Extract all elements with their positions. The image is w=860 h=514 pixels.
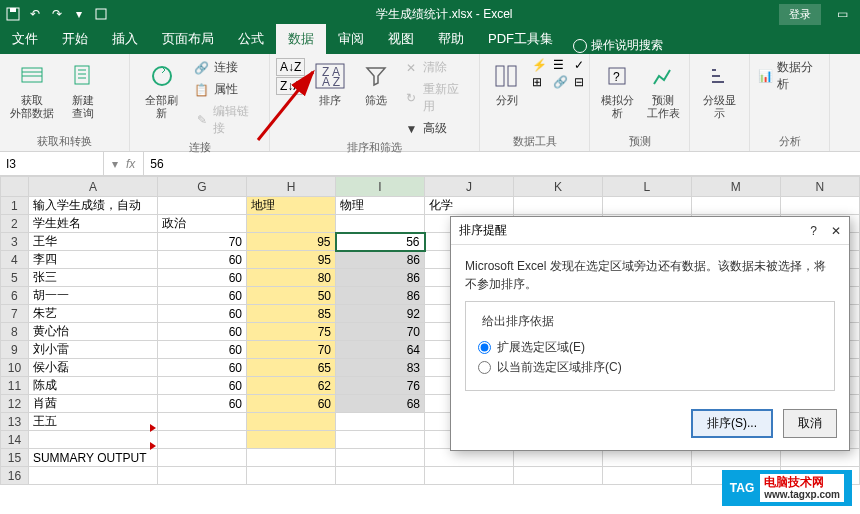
qat-dropdown-icon[interactable]: ▾ <box>70 5 88 23</box>
cell[interactable]: 王华 <box>28 233 157 251</box>
row-header[interactable]: 16 <box>1 467 29 485</box>
cell[interactable]: 62 <box>247 377 336 395</box>
formula-input[interactable]: 56 <box>143 152 860 175</box>
close-icon[interactable]: ✕ <box>831 224 841 238</box>
get-external-data-button[interactable]: 获取 外部数据 <box>6 58 58 122</box>
cell[interactable]: SUMMARY OUTPUT <box>28 449 157 467</box>
cell[interactable]: 75 <box>247 323 336 341</box>
outline-button[interactable]: 分级显示 <box>696 58 743 122</box>
cell[interactable]: 95 <box>247 251 336 269</box>
cell[interactable]: 60 <box>158 269 247 287</box>
cell[interactable]: 黄心怡 <box>28 323 157 341</box>
cell[interactable]: 70 <box>158 233 247 251</box>
row-header[interactable]: 9 <box>1 341 29 359</box>
cell[interactable]: 86 <box>336 287 425 305</box>
radio-current-selection[interactable]: 以当前选定区域排序(C) <box>478 358 822 376</box>
column-header[interactable]: J <box>425 177 514 197</box>
sort-button[interactable]: 排序(S)... <box>691 409 773 438</box>
dropdown-icon[interactable]: ▾ <box>112 157 118 171</box>
login-button[interactable]: 登录 <box>779 4 821 25</box>
column-header[interactable]: K <box>514 177 603 197</box>
cell[interactable]: 60 <box>158 323 247 341</box>
cell[interactable]: 王五 <box>28 413 157 431</box>
cell[interactable]: 肖茜 <box>28 395 157 413</box>
properties-button[interactable]: 📋属性 <box>192 80 263 99</box>
column-header[interactable]: L <box>602 177 691 197</box>
cell[interactable]: 胡一一 <box>28 287 157 305</box>
cell[interactable]: 化学 <box>425 197 514 215</box>
cell[interactable] <box>336 413 425 431</box>
cell[interactable]: 56 <box>336 233 425 251</box>
radio-input[interactable] <box>478 361 491 374</box>
connections-button[interactable]: 🔗连接 <box>192 58 263 77</box>
flash-fill-icon[interactable]: ⚡ <box>532 58 550 72</box>
cell[interactable]: 李四 <box>28 251 157 269</box>
cell[interactable]: 92 <box>336 305 425 323</box>
row-header[interactable]: 4 <box>1 251 29 269</box>
cell[interactable]: 60 <box>247 395 336 413</box>
tab-review[interactable]: 审阅 <box>326 24 376 54</box>
cell[interactable] <box>247 413 336 431</box>
column-header[interactable]: G <box>158 177 247 197</box>
relationships-icon[interactable]: 🔗 <box>553 75 571 89</box>
consolidate-icon[interactable]: ⊞ <box>532 75 550 89</box>
row-header[interactable]: 14 <box>1 431 29 449</box>
tab-pdf[interactable]: PDF工具集 <box>476 24 565 54</box>
row-header[interactable]: 12 <box>1 395 29 413</box>
sort-button[interactable]: Z AA Z 排序 <box>309 58 351 109</box>
cell[interactable]: 地理 <box>247 197 336 215</box>
row-header[interactable]: 8 <box>1 323 29 341</box>
cell[interactable]: 刘小雷 <box>28 341 157 359</box>
cell[interactable]: 学生姓名 <box>28 215 157 233</box>
sort-desc-button[interactable]: Z↓A <box>276 77 305 95</box>
cell[interactable]: 物理 <box>336 197 425 215</box>
redo-icon[interactable]: ↷ <box>48 5 66 23</box>
row-header[interactable]: 11 <box>1 377 29 395</box>
row-header[interactable]: 5 <box>1 269 29 287</box>
tab-insert[interactable]: 插入 <box>100 24 150 54</box>
cell[interactable]: 95 <box>247 233 336 251</box>
reapply-button[interactable]: ↻重新应用 <box>401 80 473 116</box>
new-query-button[interactable]: 新建 查询 <box>62 58 104 122</box>
name-box[interactable]: I3 <box>0 152 104 175</box>
cell[interactable]: 76 <box>336 377 425 395</box>
clear-filter-button[interactable]: ✕清除 <box>401 58 473 77</box>
row-header[interactable]: 2 <box>1 215 29 233</box>
tab-view[interactable]: 视图 <box>376 24 426 54</box>
cell[interactable]: 65 <box>247 359 336 377</box>
what-if-button[interactable]: ? 模拟分析 <box>596 58 638 122</box>
cell[interactable]: 张三 <box>28 269 157 287</box>
column-header[interactable]: A <box>28 177 157 197</box>
advanced-filter-button[interactable]: ▼高级 <box>401 119 473 138</box>
cell[interactable]: 政治 <box>158 215 247 233</box>
cell[interactable]: 68 <box>336 395 425 413</box>
tab-formulas[interactable]: 公式 <box>226 24 276 54</box>
cell[interactable]: 60 <box>158 305 247 323</box>
cell[interactable]: 陈成 <box>28 377 157 395</box>
tab-help[interactable]: 帮助 <box>426 24 476 54</box>
undo-icon[interactable]: ↶ <box>26 5 44 23</box>
cell[interactable]: 60 <box>158 359 247 377</box>
radio-input[interactable] <box>478 341 491 354</box>
cancel-button[interactable]: 取消 <box>783 409 837 438</box>
tell-me-search[interactable]: 操作说明搜索 <box>565 37 671 54</box>
tab-pagelayout[interactable]: 页面布局 <box>150 24 226 54</box>
edit-links-button[interactable]: ✎编辑链接 <box>192 102 263 138</box>
cell[interactable]: 60 <box>158 287 247 305</box>
tab-file[interactable]: 文件 <box>0 24 50 54</box>
cell[interactable]: 83 <box>336 359 425 377</box>
text-to-columns-button[interactable]: 分列 <box>486 58 528 109</box>
cell[interactable]: 输入学生成绩，自动 <box>28 197 157 215</box>
forecast-sheet-button[interactable]: 预测 工作表 <box>642 58 684 122</box>
sort-asc-button[interactable]: A↓Z <box>276 58 305 76</box>
cell[interactable]: 60 <box>158 251 247 269</box>
remove-duplicates-icon[interactable]: ☰ <box>553 58 571 72</box>
data-analysis-button[interactable]: 📊数据分析 <box>756 58 823 94</box>
filter-button[interactable]: 筛选 <box>355 58 397 109</box>
cell[interactable]: 侯小磊 <box>28 359 157 377</box>
cell[interactable]: 60 <box>158 377 247 395</box>
column-header[interactable]: H <box>247 177 336 197</box>
cell[interactable]: 85 <box>247 305 336 323</box>
column-header[interactable]: N <box>780 177 859 197</box>
cell[interactable]: 86 <box>336 269 425 287</box>
